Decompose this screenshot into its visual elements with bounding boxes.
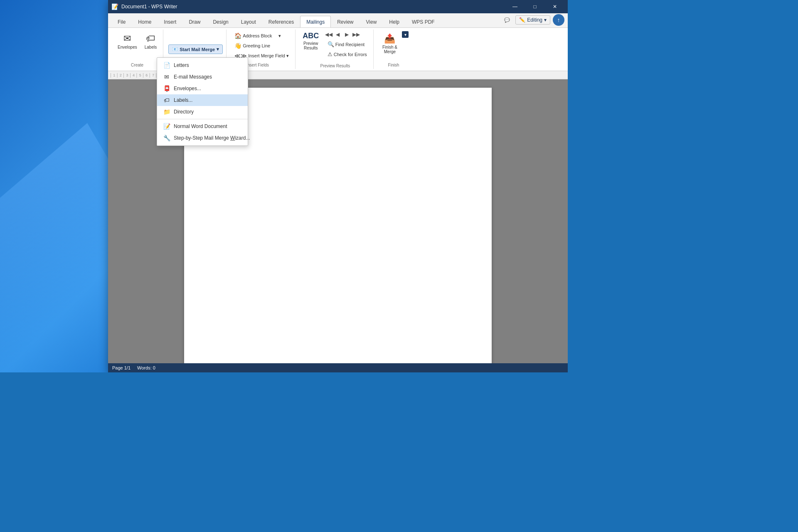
status-bar: Page 1/1 Words: 0 (108, 363, 568, 372)
expand-ribbon-button[interactable]: ▾ (402, 31, 409, 38)
check-errors-button[interactable]: ⚠ Check for Errors (325, 50, 370, 59)
close-button[interactable]: ✕ (545, 0, 564, 13)
menu-item-normal-word[interactable]: 📝 Normal Word Document (157, 121, 248, 132)
greeting-icon: 👋 (234, 42, 241, 49)
window-title: Document1 - WPS Writer (121, 4, 502, 10)
edit-icon: ✏️ (519, 17, 525, 23)
tab-wps-pdf[interactable]: WPS PDF (406, 16, 441, 27)
greeting-line-button[interactable]: 👋 Greeting Line (232, 41, 273, 50)
first-record-button[interactable]: ◀◀ (325, 30, 333, 39)
comment-button[interactable]: 💬 (501, 16, 513, 24)
menu-item-labels[interactable]: 🏷 Labels... (157, 94, 248, 106)
check-errors-label: Check for Errors (334, 52, 367, 57)
envelopes-menu-icon: 📮 (163, 85, 170, 92)
wizard-label: Step-by-Step Mail Merge Wizard... (174, 135, 250, 141)
preview-results-group-label: Preview Results (320, 64, 350, 68)
email-icon: ✉ (163, 73, 170, 81)
create-group: ✉ Envelopes 🏷 Labels Create (111, 30, 163, 69)
find-recipient-button[interactable]: 🔍 Find Recipient (325, 40, 370, 49)
envelopes-button[interactable]: ✉ Envelopes (115, 31, 140, 52)
chevron-down-icon: ▾ (278, 33, 281, 39)
find-recipient-label: Find Recipient (335, 42, 365, 47)
minimize-button[interactable]: — (505, 0, 525, 13)
normal-word-icon: 📝 (163, 123, 170, 130)
normal-word-label: Normal Word Document (174, 123, 227, 129)
share-icon: ↑ (557, 17, 560, 23)
menu-item-wizard[interactable]: 🔧 Step-by-Step Mail Merge Wizard... (157, 132, 248, 144)
greeting-line-label: Greeting Line (243, 43, 270, 48)
tab-design[interactable]: Design (207, 16, 234, 27)
start-mail-merge-label: Start Mail Merge (180, 47, 215, 52)
menu-item-letters[interactable]: 📄 Letters (157, 59, 248, 71)
labels-button[interactable]: 🏷 Labels (142, 31, 160, 52)
directory-label: Directory (174, 109, 194, 115)
finish-group-label: Finish (388, 63, 399, 67)
next-record-button[interactable]: ▶ (343, 30, 351, 39)
start-mail-merge-dropdown: 📄 Letters ✉ E-mail Messages 📮 Envelopes.… (157, 57, 248, 146)
menu-item-email-messages[interactable]: ✉ E-mail Messages (157, 71, 248, 83)
share-button[interactable]: ↑ (553, 14, 564, 26)
labels-label: Labels (145, 45, 157, 49)
tab-insert[interactable]: Insert (158, 16, 182, 27)
tab-layout[interactable]: Layout (235, 16, 262, 27)
create-group-label: Create (131, 63, 143, 67)
address-block-icon: 🏠 (234, 32, 241, 39)
preview-results-button[interactable]: ABC PreviewResults (300, 30, 321, 52)
tab-view[interactable]: View (360, 16, 383, 27)
tab-bar-right: 💬 ✏️ Editing ▾ ↑ (501, 14, 564, 27)
page-info: Page 1/1 (112, 365, 131, 370)
envelopes-menu-label: Envelopes... (174, 86, 201, 91)
write-insert-row1: 🏠 Address Block ▾ (232, 31, 292, 40)
tab-home[interactable]: Home (132, 16, 158, 27)
menu-separator (157, 119, 248, 119)
preview-results-label: PreviewResults (303, 41, 318, 50)
app-icon: 📝 (111, 3, 118, 10)
chevron-down-icon: ▾ (217, 47, 219, 52)
write-insert-row2: 👋 Greeting Line (232, 41, 292, 50)
title-bar: 📝 Document1 - WPS Writer — □ ✕ (108, 0, 568, 13)
title-bar-controls: — □ ✕ (505, 0, 564, 13)
email-messages-label: E-mail Messages (174, 74, 212, 80)
address-block-label: Address Block (243, 33, 272, 38)
wizard-icon: 🔧 (163, 134, 170, 142)
find-icon: 🔍 (328, 41, 334, 47)
abc-icon: ABC (303, 32, 319, 40)
editing-button[interactable]: ✏️ Editing ▾ (515, 15, 550, 25)
directory-icon: 📁 (163, 108, 170, 116)
labels-menu-label: Labels... (174, 97, 192, 103)
comment-icon: 💬 (504, 17, 510, 23)
menu-item-directory[interactable]: 📁 Directory (157, 106, 248, 118)
tab-references[interactable]: References (262, 16, 300, 27)
nav-row: ◀◀ ◀ ▶ ▶▶ (325, 30, 370, 39)
create-buttons: ✉ Envelopes 🏷 Labels (115, 31, 160, 52)
last-record-button[interactable]: ▶▶ (352, 30, 360, 39)
finish-merge-button[interactable]: 📤 Finish &Merge (379, 31, 401, 56)
letters-icon: 📄 (163, 62, 170, 69)
more-address-button[interactable]: ▾ (276, 32, 284, 40)
finish-merge-label: Finish &Merge (382, 45, 397, 54)
finish-group: 📤 Finish &Merge ▾ Finish (375, 30, 412, 69)
chevron-down-icon: ▾ (404, 32, 406, 37)
tab-help[interactable]: Help (383, 16, 406, 27)
maximize-button[interactable]: □ (525, 0, 544, 13)
app-window: 📝 Document1 - WPS Writer — □ ✕ File Home… (108, 0, 568, 372)
start-mail-merge-button[interactable]: 📧 Start Mail Merge ▾ (168, 44, 223, 54)
prev-record-button[interactable]: ◀ (334, 30, 342, 39)
tab-mailings[interactable]: Mailings (300, 16, 331, 27)
chevron-down-icon: ▾ (544, 17, 547, 23)
menu-item-envelopes[interactable]: 📮 Envelopes... (157, 83, 248, 94)
finish-icon: 📤 (384, 33, 395, 44)
insert-merge-field-label: Insert Merge Field (248, 53, 285, 58)
tab-review[interactable]: Review (331, 16, 360, 27)
tab-file[interactable]: File (111, 16, 132, 27)
label-icon: 🏷 (146, 33, 155, 44)
address-block-button[interactable]: 🏠 Address Block (232, 31, 275, 40)
word-count: Words: 0 (137, 365, 155, 370)
letters-label: Letters (174, 62, 189, 68)
editing-label: Editing (527, 17, 542, 23)
tab-draw[interactable]: Draw (182, 16, 207, 27)
chevron-down-icon: ▾ (286, 53, 289, 59)
mail-merge-icon: 📧 (172, 47, 178, 52)
preview-results-group: ABC PreviewResults ◀◀ ◀ ▶ ▶▶ 🔍 (297, 30, 374, 69)
check-icon: ⚠ (328, 51, 332, 57)
